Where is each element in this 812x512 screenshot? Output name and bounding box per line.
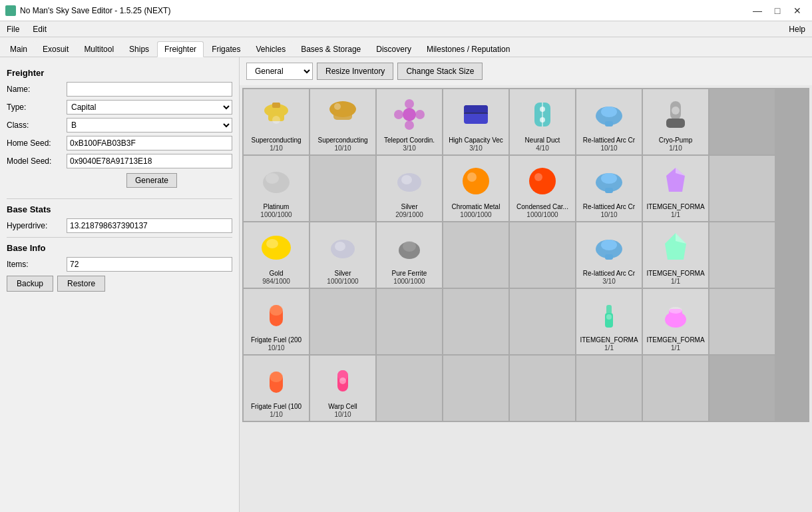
home-seed-input[interactable]: [67, 136, 232, 150]
model-seed-row: Model Seed:: [7, 154, 232, 168]
inventory-cell-17[interactable]: Silver1000/1000: [309, 222, 376, 288]
home-seed-row: Home Seed:: [7, 136, 232, 150]
menu-help[interactable]: Help: [785, 23, 809, 35]
inventory-cell-32[interactable]: Frigate Fuel (1001/10: [243, 355, 309, 421]
tab-multitool[interactable]: Multitool: [77, 41, 121, 57]
class-select[interactable]: S A B C: [67, 118, 232, 132]
inventory-cell-18[interactable]: Pure Ferrite1000/1000: [376, 222, 443, 288]
name-input[interactable]: [67, 82, 232, 97]
generate-button[interactable]: Generate: [126, 173, 177, 188]
cell-icon-8: [256, 161, 296, 201]
freighter-section-title: Freighter: [7, 68, 232, 78]
model-seed-input[interactable]: [67, 154, 232, 168]
svg-point-43: [403, 241, 416, 252]
cell-icon-12: [522, 161, 562, 201]
class-row: Class: S A B C: [7, 118, 232, 132]
close-button[interactable]: ✕: [788, 3, 807, 18]
tab-main[interactable]: Main: [3, 41, 35, 57]
inventory-cell-6[interactable]: Cryo-Pump1/10: [642, 89, 709, 155]
title-bar: No Man's Sky Save Editor - 1.5.25 (NEXT)…: [0, 0, 812, 21]
items-input[interactable]: [67, 257, 232, 272]
tab-milestones[interactable]: Milestones / Reputation: [419, 41, 517, 57]
cell-icon-3: [456, 95, 496, 134]
type-select[interactable]: Capital Fighter Hauler Explorer Shuttle: [67, 100, 232, 115]
tab-vehicles[interactable]: Vehicles: [248, 41, 293, 57]
inventory-cell-0[interactable]: Superconducting1/10: [243, 89, 309, 155]
menu-edit[interactable]: Edit: [29, 23, 51, 35]
backup-button[interactable]: Backup: [7, 276, 53, 292]
cell-label-8: Platinum: [264, 203, 290, 211]
cell-icon-16: [256, 228, 296, 268]
cell-label-33: Warp Cell: [328, 403, 357, 411]
inventory-area: Superconducting1/10Superconducting10/10T…: [240, 85, 812, 512]
minimize-button[interactable]: —: [748, 3, 767, 18]
svg-rect-21: [605, 121, 613, 127]
inventory-cell-22[interactable]: ITEMGEN_FORMA1/1: [642, 222, 709, 288]
svg-point-10: [394, 110, 403, 119]
tab-ships[interactable]: Ships: [122, 41, 156, 57]
tab-exosuit[interactable]: Exosuit: [35, 41, 76, 57]
tabs-bar: Main Exosuit Multitool Ships Freighter F…: [0, 37, 812, 57]
tab-frigates[interactable]: Frigates: [204, 41, 248, 57]
cell-count-33: 10/10: [334, 411, 351, 418]
hyperdrive-row: Hyperdrive:: [7, 218, 232, 233]
items-row: Items:: [7, 257, 232, 272]
maximize-button[interactable]: □: [768, 3, 787, 18]
title-bar-left: No Man's Sky Save Editor - 1.5.25 (NEXT): [5, 5, 170, 16]
inventory-cell-1[interactable]: Superconducting10/10: [309, 89, 376, 155]
tab-discovery[interactable]: Discovery: [369, 41, 419, 57]
cell-label-24: Frigate Fuel (200: [251, 336, 302, 344]
hyperdrive-input[interactable]: [67, 218, 232, 233]
cell-count-22: 1/1: [671, 278, 680, 285]
change-stack-size-button[interactable]: Change Stack Size: [397, 63, 483, 80]
inventory-cell-33[interactable]: Warp Cell10/10: [309, 355, 376, 421]
inventory-cell-16[interactable]: Gold984/1000: [243, 222, 309, 288]
cell-icon-11: [456, 161, 496, 201]
svg-point-2: [272, 116, 280, 124]
inventory-cell-5[interactable]: Re-latticed Arc Cr10/10: [576, 89, 642, 155]
svg-point-9: [405, 121, 414, 130]
svg-rect-50: [270, 305, 283, 316]
divider-2: [7, 237, 232, 238]
cell-count-10: 209/1000: [395, 211, 423, 218]
inventory-cell-10[interactable]: Silver209/1000: [376, 155, 443, 222]
svg-point-61: [339, 378, 346, 384]
cell-label-5: Re-latticed Arc Cr: [583, 136, 635, 144]
inventory-cell-3[interactable]: High Capacity Vec3/10: [443, 89, 509, 155]
inventory-cell-13[interactable]: Re-latticed Arc Cr10/10: [576, 155, 642, 222]
cell-label-30: ITEMGEN_FORMA: [646, 336, 704, 344]
inventory-cell-8[interactable]: Platinum1000/1000: [243, 155, 309, 222]
cell-label-21: Re-latticed Arc Cr: [583, 270, 635, 278]
inventory-cell-11[interactable]: Chromatic Metal1000/1000: [443, 155, 509, 222]
inventory-cell-24[interactable]: Frigate Fuel (20010/10: [243, 288, 309, 355]
cell-label-6: Cryo-Pump: [659, 136, 693, 144]
svg-rect-58: [270, 372, 283, 382]
inventory-cell-30[interactable]: ITEMGEN_FORMA1/1: [642, 288, 709, 355]
divider-1: [7, 198, 232, 199]
cell-count-5: 10/10: [600, 144, 617, 152]
cell-icon-5: [589, 95, 629, 134]
cell-icon-24: [256, 294, 296, 334]
inventory-cell-21[interactable]: Re-latticed Arc Cr3/10: [576, 222, 642, 288]
inventory-cell-35: [443, 355, 509, 421]
svg-rect-52: [606, 305, 612, 314]
svg-point-31: [529, 168, 556, 194]
resize-inventory-button[interactable]: Resize Inventory: [317, 63, 393, 80]
inventory-cell-12[interactable]: Condensed Car...1000/1000: [509, 155, 576, 222]
cell-icon-29: [589, 294, 629, 334]
tab-freighter[interactable]: Freighter: [157, 41, 204, 57]
inventory-cell-29[interactable]: ITEMGEN_FORMA1/1: [576, 288, 642, 355]
left-panel: Freighter Name: Type: Capital Fighter Ha…: [0, 57, 240, 512]
inventory-type-select[interactable]: General Technology: [246, 63, 313, 80]
inventory-cell-4[interactable]: Neural Duct4/10: [509, 89, 576, 155]
restore-button[interactable]: Restore: [57, 276, 105, 292]
svg-point-38: [262, 236, 291, 260]
menu-file[interactable]: File: [3, 23, 23, 35]
inventory-cell-2[interactable]: Teleport Coordin.3/10: [376, 89, 443, 155]
svg-point-11: [415, 110, 425, 119]
svg-rect-46: [605, 254, 613, 260]
tab-bases-storage[interactable]: Bases & Storage: [294, 41, 368, 57]
cell-count-12: 1000/1000: [526, 211, 558, 218]
inventory-cell-14[interactable]: ITEMGEN_FORMA1/1: [642, 155, 709, 222]
cell-icon-2: [389, 95, 429, 134]
